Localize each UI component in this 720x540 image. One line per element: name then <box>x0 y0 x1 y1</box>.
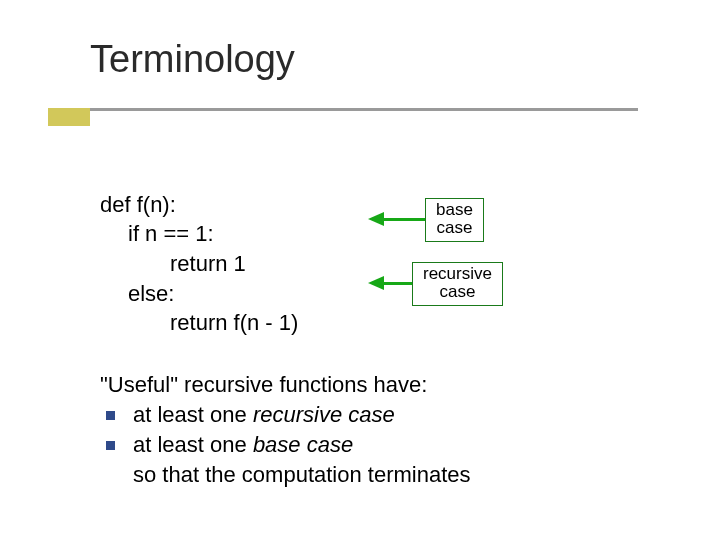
arrow-line-rec <box>384 282 412 285</box>
arrow-head-icon <box>368 276 384 290</box>
paragraph-lead: "Useful" recursive functions have: <box>100 370 427 400</box>
code-line-1: def f(n): <box>100 192 176 217</box>
bullet-2-pre: at least one <box>133 432 253 457</box>
title-wrap: Terminology <box>90 38 295 81</box>
code-line-2: if n == 1: <box>100 219 214 249</box>
continuation-text: so that the computation terminates <box>133 460 471 490</box>
code-line-5: return f(n - 1) <box>100 308 298 338</box>
bullet-icon <box>106 411 115 420</box>
bullet-1-em: recursive case <box>253 402 395 427</box>
bullet-1-text: at least one recursive case <box>133 400 395 430</box>
list-item: at least one base case <box>100 430 395 460</box>
arrow-head-icon <box>368 212 384 226</box>
title-accent-tab <box>48 108 90 126</box>
annotation-base-case: base case <box>425 198 484 242</box>
bullet-icon <box>106 441 115 450</box>
code-line-4: else: <box>100 279 174 309</box>
slide: Terminology def f(n): if n == 1: return … <box>0 0 720 540</box>
bullet-list: at least one recursive case at least one… <box>100 400 395 459</box>
slide-title: Terminology <box>90 38 295 81</box>
annotation-base-line2: case <box>436 219 473 237</box>
annotation-base-line1: base <box>436 201 473 219</box>
bullet-2-em: base case <box>253 432 353 457</box>
bullet-1-pre: at least one <box>133 402 253 427</box>
annotation-rec-line2: case <box>423 283 492 301</box>
code-block: def f(n): if n == 1: return 1 else: retu… <box>100 160 298 368</box>
bullet-2-text: at least one base case <box>133 430 353 460</box>
arrow-line-base <box>384 218 425 221</box>
annotation-rec-line1: recursive <box>423 265 492 283</box>
code-line-3: return 1 <box>100 249 246 279</box>
annotation-recursive-case: recursive case <box>412 262 503 306</box>
list-item: at least one recursive case <box>100 400 395 430</box>
title-underline <box>48 108 638 111</box>
